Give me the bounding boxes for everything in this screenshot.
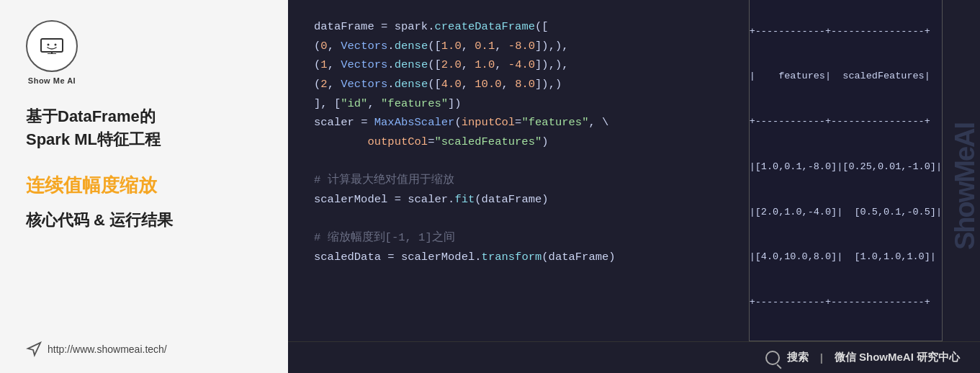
table-col-header: | features| scaledFeatures| (750, 69, 942, 84)
table-row-2: |[2.0,1.0,-4.0]| [0.5,0.1,-0.5]| (750, 205, 942, 220)
svg-rect-0 (41, 39, 63, 52)
navigation-icon (26, 341, 42, 357)
svg-point-3 (48, 44, 50, 46)
section-label: 核心代码 & 运行结果 (26, 210, 173, 231)
bottom-link[interactable]: http://www.showmeai.tech/ (26, 341, 167, 357)
title-block: 基于DataFrame的 Spark ML特征工程 (26, 105, 161, 151)
link-text: http://www.showmeai.tech/ (48, 343, 167, 355)
logo-circle (26, 20, 78, 72)
highlight-label: 连续值幅度缩放 (26, 173, 157, 198)
footer-search-label: 搜索 (787, 351, 809, 364)
svg-point-4 (55, 44, 57, 46)
title-line2: Spark ML特征工程 (26, 130, 161, 148)
footer-bar: 搜索 | 微信 ShowMeAI 研究中心 (288, 341, 980, 373)
title-line1: 基于DataFrame的 (26, 107, 156, 125)
logo-text: Show Me AI (28, 76, 76, 85)
table-row-1: |[1.0,0.1,-8.0]|[0.25,0.01,-1.0]| (750, 160, 942, 175)
logo-container: Show Me AI (26, 20, 78, 85)
table-row-3: |[4.0,10.0,8.0]| [1.0,1.0,1.0]| (750, 250, 942, 265)
table-divider: +------------+----------------+ (750, 114, 942, 130)
footer-wechat-label: 微信 ShowMeAI 研究中心 (835, 351, 960, 364)
table-header-border: +------------+----------------+ (750, 24, 942, 40)
search-icon (765, 351, 780, 365)
logo-icon (40, 38, 63, 54)
svg-marker-5 (28, 343, 40, 355)
table-footer-border: +------------+----------------+ (750, 295, 942, 310)
result-table: +------------+----------------+ | featur… (749, 0, 943, 341)
left-panel: Show Me AI 基于DataFrame的 Spark ML特征工程 连续值… (0, 0, 288, 373)
footer-separator: | (820, 351, 823, 364)
right-panel: dataFrame = spark.createDataFrame([ (0, … (288, 0, 980, 373)
